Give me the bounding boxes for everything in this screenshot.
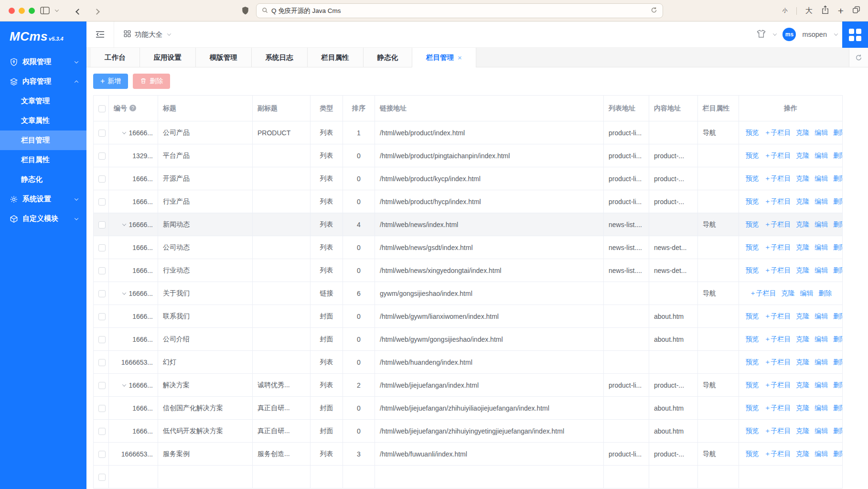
sidebar-item[interactable]: 文章管理 [0, 91, 86, 111]
toggle-sidebar-icon[interactable] [40, 7, 50, 16]
back-button[interactable] [76, 7, 82, 13]
op-link[interactable]: ＋子栏目 [764, 152, 791, 159]
op-link[interactable]: 编辑 [814, 129, 828, 136]
new-tab-icon[interactable]: + [838, 5, 844, 17]
op-link[interactable]: 克隆 [796, 243, 809, 251]
op-link[interactable]: ＋子栏目 [764, 220, 791, 228]
address-bar[interactable]: Q 免疫开源的 Java Cms [256, 3, 663, 18]
op-link[interactable]: 删除 [833, 381, 842, 389]
op-link[interactable]: 预览 [746, 358, 759, 366]
op-link[interactable]: 预览 [746, 381, 759, 389]
op-link[interactable]: 删除 [833, 427, 842, 435]
text-smaller-button[interactable]: 小 [782, 7, 788, 14]
privacy-shield-icon[interactable] [242, 6, 249, 17]
op-link[interactable]: 删除 [833, 197, 842, 205]
row-checkbox[interactable] [98, 428, 106, 435]
op-link[interactable]: ＋子栏目 [764, 381, 791, 389]
op-link[interactable]: 预览 [746, 129, 759, 136]
row-checkbox[interactable] [98, 175, 106, 183]
sidebar-item[interactable]: 栏目管理 [0, 130, 86, 150]
sidebar-item[interactable]: 文章属性 [0, 111, 86, 130]
apps-menu-button[interactable]: 功能大全 [124, 30, 171, 39]
share-icon[interactable] [821, 5, 829, 16]
op-link[interactable]: 删除 [833, 129, 842, 136]
tab[interactable]: 栏目属性 [308, 48, 364, 67]
sidebar-group-item[interactable]: 权限管理 [0, 52, 86, 72]
op-link[interactable]: ＋子栏目 [764, 197, 791, 205]
tab[interactable]: 静态化 [364, 48, 413, 67]
op-link[interactable]: 预览 [746, 266, 759, 274]
op-link[interactable]: 编辑 [814, 152, 828, 159]
op-link[interactable]: 删除 [833, 335, 842, 343]
op-link[interactable]: 预览 [746, 312, 759, 320]
op-link[interactable]: 克隆 [796, 197, 809, 205]
op-link[interactable]: 编辑 [814, 174, 828, 182]
minimize-window-button[interactable] [19, 8, 25, 14]
op-link[interactable]: 删除 [833, 358, 842, 366]
tab[interactable]: 系统日志 [252, 48, 308, 67]
op-link[interactable]: 克隆 [796, 450, 809, 457]
expand-icon[interactable] [122, 291, 126, 294]
op-link[interactable]: 编辑 [814, 427, 828, 435]
row-checkbox[interactable] [98, 290, 106, 297]
op-link[interactable]: 预览 [746, 197, 759, 205]
row-checkbox[interactable] [98, 405, 106, 412]
op-link[interactable]: 预览 [746, 450, 759, 457]
op-link[interactable]: 编辑 [814, 312, 828, 320]
op-link[interactable]: ＋子栏目 [764, 427, 791, 435]
op-link[interactable]: 克隆 [796, 404, 809, 412]
op-link[interactable]: 预览 [746, 243, 759, 251]
op-link[interactable]: 编辑 [814, 358, 828, 366]
tab[interactable]: 应用设置 [140, 48, 196, 67]
op-link[interactable]: 删除 [833, 174, 842, 182]
sidebar-group-item[interactable]: 自定义模块 [0, 209, 86, 228]
close-icon[interactable]: × [458, 54, 462, 62]
row-checkbox[interactable] [98, 244, 106, 251]
op-link[interactable]: 预览 [746, 152, 759, 159]
op-link[interactable]: 编辑 [814, 220, 828, 228]
op-link[interactable]: 预览 [746, 174, 759, 182]
expand-icon[interactable] [122, 382, 126, 386]
op-link[interactable]: 编辑 [814, 266, 828, 274]
op-link[interactable]: ＋子栏目 [764, 243, 791, 251]
op-link[interactable]: 编辑 [814, 335, 828, 343]
op-link[interactable]: 克隆 [796, 427, 809, 435]
row-checkbox[interactable] [98, 221, 106, 228]
op-link[interactable]: 预览 [746, 404, 759, 412]
op-link[interactable]: ＋子栏目 [750, 289, 776, 297]
op-link[interactable]: 删除 [833, 450, 842, 457]
row-checkbox[interactable] [98, 152, 106, 160]
op-link[interactable]: 编辑 [814, 381, 828, 389]
delete-button[interactable]: 删除 [133, 74, 170, 89]
op-link[interactable]: ＋子栏目 [764, 358, 791, 366]
row-checkbox[interactable] [98, 359, 106, 366]
sidebar-item[interactable]: 静态化 [0, 170, 86, 189]
op-link[interactable]: 克隆 [796, 266, 809, 274]
op-link[interactable]: 编辑 [814, 404, 828, 412]
reload-icon[interactable] [651, 7, 657, 15]
op-link[interactable]: 克隆 [796, 381, 809, 389]
app-launcher-button[interactable] [842, 22, 868, 48]
tab[interactable]: 栏目管理 × [412, 48, 476, 67]
close-window-button[interactable] [9, 8, 15, 14]
avatar[interactable]: ms [782, 28, 796, 41]
chevron-down-icon[interactable] [55, 8, 59, 11]
op-link[interactable]: 克隆 [796, 129, 809, 136]
row-checkbox[interactable] [98, 313, 106, 320]
tab[interactable]: 工作台 [91, 48, 140, 67]
op-link[interactable]: ＋子栏目 [764, 404, 791, 412]
op-link[interactable]: 删除 [833, 404, 842, 412]
op-link[interactable]: ＋子栏目 [764, 450, 791, 457]
sidebar-group-item[interactable]: 内容管理 [0, 72, 86, 91]
row-checkbox[interactable] [98, 382, 106, 389]
op-link[interactable]: 编辑 [814, 450, 828, 457]
op-link[interactable]: 删除 [833, 152, 842, 159]
op-link[interactable]: ＋子栏目 [764, 129, 791, 136]
row-checkbox[interactable] [98, 198, 106, 206]
op-link[interactable]: ＋子栏目 [764, 266, 791, 274]
tab[interactable]: 模版管理 [196, 48, 252, 67]
row-checkbox[interactable] [98, 451, 106, 458]
zoom-window-button[interactable] [29, 8, 35, 14]
op-link[interactable]: 编辑 [814, 243, 828, 251]
sidebar-item[interactable]: 栏目属性 [0, 150, 86, 170]
